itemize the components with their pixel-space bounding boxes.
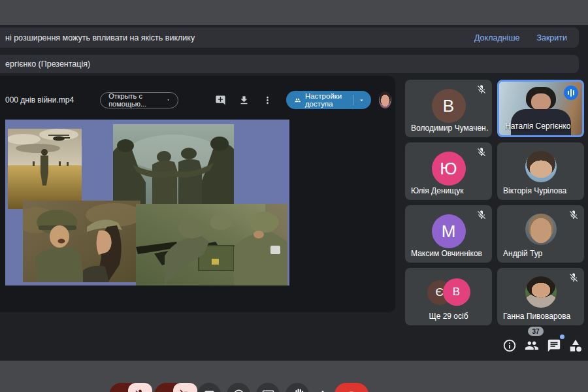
call-controls (0, 383, 395, 392)
open-with-label: Открыть с помощью... (108, 92, 162, 108)
presenting-banner: ергієнко (Презентація) (0, 55, 579, 73)
video-person-face (531, 93, 551, 110)
presenting-text: ергієнко (Презентація) (5, 59, 90, 69)
chevron-down-icon (358, 97, 365, 104)
more-details-link[interactable]: Докладніше (474, 33, 519, 42)
avatar: М (432, 214, 466, 248)
add-comment-icon[interactable] (215, 95, 226, 106)
share-settings-dropdown[interactable] (353, 95, 371, 105)
download-icon[interactable] (238, 95, 250, 106)
mic-off-icon (476, 210, 487, 220)
end-call-button[interactable] (335, 383, 368, 392)
present-screen-button[interactable] (256, 383, 280, 392)
drive-preview-header: 000 днів війни.mp4 Открыть с помощью... … (5, 90, 391, 110)
participant-tile[interactable]: Ганна Пивоварова (497, 268, 584, 325)
speaking-indicator-icon (564, 86, 578, 100)
participant-tile-active-speaker[interactable]: Наталія Сергієнко (497, 80, 584, 137)
mic-off-icon (476, 147, 487, 157)
participant-tile[interactable]: Вікторія Чурілова (497, 142, 584, 200)
overflow-count-label: Ще 29 осіб (405, 312, 492, 321)
overflow-avatars: Є В (427, 278, 470, 307)
account-avatar[interactable] (379, 91, 391, 108)
present-screen-icon (262, 389, 274, 392)
activities-button[interactable] (568, 338, 583, 353)
people-settings-icon (295, 95, 301, 105)
mic-off-icon (568, 210, 579, 220)
participant-tile[interactable]: Ю Юлія Денищук (405, 142, 492, 200)
avatar: В (443, 278, 470, 306)
close-banner-link[interactable]: Закрити (536, 33, 567, 42)
slide-photo-machine-gun-crew (136, 204, 287, 286)
participant-name: Ганна Пивоварова (503, 312, 580, 321)
share-settings-button[interactable]: Настройки доступа (286, 91, 371, 109)
activities-icon (568, 338, 583, 353)
participant-name: Андрій Тур (503, 249, 580, 258)
raise-hand-button[interactable] (286, 383, 309, 392)
panel-buttons: 37 (402, 333, 588, 361)
chevron-down-icon (166, 97, 171, 103)
camera-off-icon (179, 389, 191, 392)
people-icon (525, 338, 539, 353)
open-with-button[interactable]: Открыть с помощью... (100, 92, 178, 108)
meet-window: ні розширення можуть впливати на якість … (0, 25, 588, 361)
avatar: Ю (432, 152, 466, 186)
participant-tile[interactable]: Андрій Тур (497, 205, 584, 263)
emoji-icon (233, 389, 245, 392)
show-participants-button[interactable] (525, 338, 539, 353)
more-controls-button[interactable] (314, 383, 331, 392)
raised-hand-icon (291, 389, 304, 392)
extension-warning-banner: ні розширення можуть впливати на якість … (0, 27, 579, 48)
slide-photo-field-helicopter (8, 129, 82, 209)
info-icon (502, 338, 517, 353)
chat-button[interactable] (547, 338, 561, 353)
participant-name: Вікторія Чурілова (503, 186, 580, 195)
avatar (525, 214, 557, 245)
mic-off-icon (134, 389, 146, 392)
more-vert-icon (317, 389, 329, 392)
file-name: 000 днів війни.mp4 (5, 95, 74, 105)
participant-name: Наталія Сергієнко (505, 122, 578, 131)
mic-off-icon (476, 84, 487, 95)
camera-off-button[interactable] (173, 383, 197, 392)
more-options-icon[interactable] (262, 95, 273, 106)
chat-notification-dot (560, 335, 564, 339)
avatar (525, 151, 557, 182)
slide-photo-two-soldiers (23, 201, 140, 282)
participant-name: Володимир Чумачен… (411, 123, 488, 133)
overflow-participants-tile[interactable]: Є В Ще 29 осіб (405, 268, 492, 325)
avatar: В (432, 89, 466, 123)
presentation-stage: 000 днів війни.mp4 Открыть с помощью... … (0, 76, 395, 312)
participant-tile[interactable]: М Максим Овчинніков (405, 205, 492, 263)
participant-name: Максим Овчинніков (411, 249, 488, 258)
closed-captions-icon (203, 389, 216, 392)
warning-message: ні розширення можуть впливати на якість … (5, 33, 457, 42)
avatar (525, 276, 557, 308)
reactions-button[interactable] (227, 383, 250, 392)
mic-off-icon (568, 272, 579, 283)
chat-icon (547, 338, 561, 353)
participants-count-badge: 37 (528, 327, 544, 336)
participant-tile[interactable]: В Володимир Чумачен… (405, 80, 492, 137)
end-call-icon (344, 387, 359, 392)
slide-photo-handshake (113, 124, 234, 206)
meeting-details-button[interactable] (502, 338, 517, 353)
presented-slide (5, 120, 289, 286)
mic-mute-button[interactable] (128, 383, 152, 392)
share-settings-label: Настройки доступа (305, 92, 346, 108)
participant-name: Юлія Денищук (411, 186, 488, 195)
captions-button[interactable] (197, 383, 221, 392)
